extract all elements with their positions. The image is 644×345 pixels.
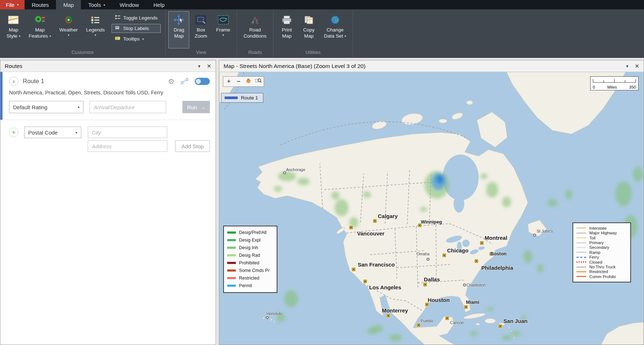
zoom-area-button[interactable] (253, 77, 263, 86)
menu-tools-label: Tools (88, 2, 101, 8)
city-marker[interactable] (498, 325, 502, 328)
menu-map-label: Map (63, 2, 74, 8)
route-map-legend-badge[interactable]: Route 1 (221, 93, 263, 103)
city-marker[interactable] (350, 226, 353, 229)
weather-button[interactable]: Weather ▾ (56, 11, 81, 48)
map-style-label-2: Style (7, 33, 17, 39)
city-marker[interactable] (533, 234, 536, 237)
road-conditions-button[interactable]: Road Conditions (240, 11, 270, 48)
city-marker[interactable] (445, 316, 449, 320)
ribbon-group-customize: Map Style▾ Map Features▾ Weather ▾ (0, 9, 165, 57)
city-marker[interactable] (442, 254, 446, 257)
legend-swatch (227, 247, 236, 249)
city-marker[interactable] (480, 241, 484, 244)
change-data-set-button[interactable]: Change Data Set▾ (320, 11, 350, 48)
city-marker[interactable] (475, 260, 478, 263)
route-badge-label: Route 1 (241, 95, 258, 101)
legend-label: Permit (239, 283, 252, 288)
map-panel-close-icon[interactable]: ✕ (635, 63, 639, 69)
legend-swatch (576, 271, 586, 272)
city-label: Calgary (378, 213, 398, 219)
legend-swatch (576, 233, 586, 234)
legend-swatch (227, 269, 236, 272)
menu-map[interactable]: Map (56, 0, 81, 9)
city-marker[interactable] (463, 284, 466, 286)
legend-item: Prohibited (227, 259, 273, 267)
menu-window[interactable]: Window (112, 0, 146, 9)
zoom-in-button[interactable]: + (224, 77, 234, 86)
legend-item: Some Cmds Pr (227, 267, 273, 274)
copy-map-button[interactable]: Copy Map (298, 11, 319, 48)
map-features-button[interactable]: Map Features▾ (25, 11, 55, 48)
legend-label: Ferry (589, 255, 599, 259)
ribbon-group-label-utilities: Utilities (273, 48, 353, 57)
menu-help[interactable]: Help (146, 0, 172, 9)
city-marker[interactable] (427, 258, 429, 261)
tooltips-icon (115, 36, 121, 42)
address-input[interactable] (88, 140, 167, 152)
stop-labels-button[interactable]: Stop Labels (112, 24, 161, 33)
route-settings-gear-icon[interactable]: ⚙ (168, 77, 174, 86)
box-zoom-button[interactable]: Box Zoom (190, 11, 211, 48)
pan-hand-button[interactable] (243, 77, 253, 86)
city-label: Anchorage (286, 167, 305, 172)
legend-label: Interstate (589, 226, 607, 230)
legend-item: No Thru Truck (576, 264, 627, 269)
menu-file[interactable]: File ▾ (0, 0, 25, 9)
city-label: Montreal (485, 234, 507, 240)
print-map-button[interactable]: Print Map (276, 11, 297, 48)
arrival-departure-input[interactable] (90, 101, 166, 113)
frame-button[interactable]: Frame ▾ (212, 11, 234, 48)
map-style-button[interactable]: Map Style▾ (3, 11, 24, 48)
city-label: Cancún (450, 320, 464, 325)
route-waypoints-icon[interactable] (180, 78, 189, 85)
toggle-legends-button[interactable]: Toggle Legends (112, 13, 161, 22)
legend-item: Ferry (576, 255, 627, 260)
rating-select[interactable]: Default Rating ▾ (9, 101, 83, 113)
map-panel-collapse-icon[interactable]: ▾ (626, 64, 628, 69)
route-collapse-button[interactable]: ∧ (9, 77, 18, 86)
drag-map-button[interactable]: Drag Map (168, 11, 189, 48)
legend-label: Desig Rad (239, 253, 260, 258)
menu-tools[interactable]: Tools ● (81, 0, 112, 9)
print-map-label-2: Map (282, 33, 291, 39)
city-marker[interactable] (417, 323, 420, 327)
city-marker[interactable] (464, 305, 467, 308)
legend-swatch (576, 257, 586, 258)
legend-swatch (576, 242, 586, 243)
print-map-label-1: Print (282, 27, 292, 33)
legend-item: Ramp (576, 250, 627, 255)
drag-map-icon (173, 14, 185, 26)
change-data-set-label-2: Data Set (324, 33, 343, 39)
legend-item: Secondary (576, 245, 627, 250)
routes-panel-close-icon[interactable]: ✕ (207, 63, 211, 69)
city-marker[interactable] (386, 314, 390, 318)
city-marker[interactable] (283, 171, 286, 174)
caret-down-icon: ▾ (73, 105, 79, 109)
restriction-legend-items: Desig/Pref/AltDesig ExplDesig InhDesig R… (227, 229, 273, 290)
zoom-out-button[interactable]: − (234, 77, 243, 86)
map-style-icon (8, 14, 19, 26)
tooltips-button[interactable]: Tooltips ▾ (112, 34, 161, 43)
menu-window-label: Window (120, 2, 139, 8)
menu-file-label: File (6, 2, 14, 8)
legend-label: Restricted (589, 269, 608, 274)
city-input[interactable] (88, 127, 167, 138)
routes-panel-collapse-icon[interactable]: ▾ (198, 64, 200, 69)
route-visibility-toggle[interactable] (195, 78, 210, 85)
city-marker[interactable] (373, 220, 377, 223)
city-marker[interactable] (266, 316, 269, 319)
add-stop-plus-button[interactable]: + (9, 128, 18, 137)
city-marker[interactable] (352, 268, 355, 271)
change-data-set-icon (330, 14, 340, 26)
map-viewport[interactable]: AnchorageCalgaryWinnipegVancouverMontrea… (219, 72, 644, 345)
stop-type-select[interactable]: Postal Code ▾ (24, 127, 81, 138)
add-stop-button[interactable]: Add Stop (175, 140, 210, 152)
legends-button[interactable]: Legends ▾ (82, 11, 108, 48)
city-marker[interactable] (364, 280, 367, 283)
city-marker[interactable] (423, 283, 427, 286)
city-label: Omaha (416, 252, 429, 256)
menu-routes[interactable]: Routes (25, 0, 56, 9)
city-marker[interactable] (425, 303, 428, 306)
run-button[interactable]: Run → (182, 101, 210, 113)
